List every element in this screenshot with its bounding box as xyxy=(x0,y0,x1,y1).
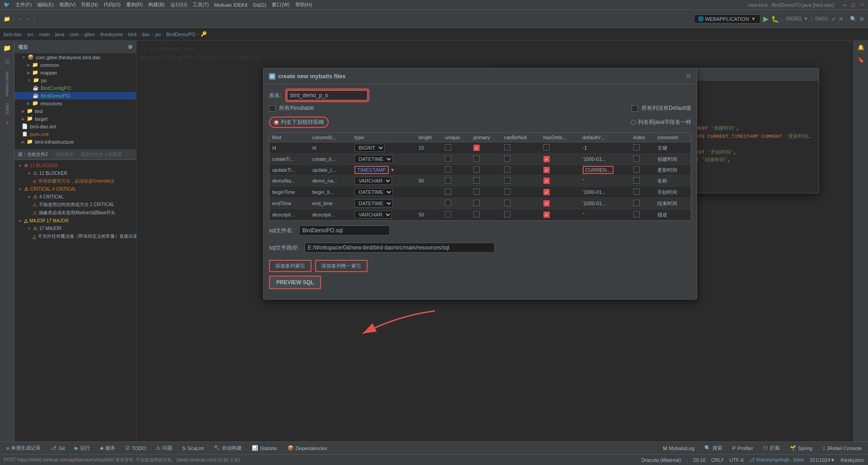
breadcrumb-item[interactable]: bird-dao xyxy=(4,32,22,37)
right-icon-notifications[interactable]: 🔔 xyxy=(856,42,866,52)
menu-item-help[interactable]: 帮助(H) xyxy=(295,1,312,8)
primary-cb[interactable] xyxy=(473,166,480,173)
bottom-tab-problems[interactable]: ⚠ 问题 xyxy=(151,443,177,453)
primary-cb[interactable] xyxy=(473,177,480,183)
index-cb[interactable] xyxy=(633,177,640,183)
menu-item-nav[interactable]: 导航(N) xyxy=(81,1,98,8)
breadcrumb-item[interactable]: java xyxy=(55,32,64,37)
unique-cb[interactable] xyxy=(445,211,451,217)
left-icon-structure[interactable]: ⊞ xyxy=(3,56,12,67)
breadcrumb-item[interactable]: gitee xyxy=(84,32,95,37)
tree-item-resources[interactable]: ▶ 📁 resources xyxy=(14,99,136,107)
menu-item-git[interactable]: Git(G) xyxy=(253,2,266,8)
unique-cb[interactable] xyxy=(445,188,451,195)
maximize-button[interactable]: □ xyxy=(852,2,855,8)
status-line-sep[interactable]: CRLF xyxy=(711,457,724,463)
breadcrumb-item[interactable]: po xyxy=(156,32,161,37)
status-encoding[interactable]: UTF-8 xyxy=(730,457,744,463)
alicheck-critical[interactable]: ▼ ⚠ 4 CRITICAL xyxy=(14,193,136,201)
dialog-close-button[interactable]: ✕ xyxy=(685,72,691,80)
bottom-tab-services[interactable]: ◈ 服务 xyxy=(95,443,120,453)
index-cb[interactable] xyxy=(633,211,640,217)
bottom-tab-dependencies[interactable]: 📦 Dependencies xyxy=(283,444,332,452)
status-branch[interactable]: ⎇ feature/springb...batis xyxy=(749,457,804,463)
menu-item-edit[interactable]: 编辑(E) xyxy=(37,1,54,8)
hasdefault-cb[interactable]: ✓ xyxy=(543,178,550,184)
cannull-cb[interactable] xyxy=(504,155,510,162)
menu-item-tools[interactable]: 工具(T) xyxy=(193,1,209,8)
primary-cb[interactable]: ✓ xyxy=(473,145,480,151)
alicheck-major[interactable]: ▼ ⚠ 17 MAJOR xyxy=(14,225,136,232)
type-select[interactable]: DATETIME xyxy=(354,155,393,163)
hasdefault-cb[interactable] xyxy=(543,144,550,150)
radio-underline-option[interactable]: 列名下划线转驼峰 xyxy=(269,117,329,128)
run-config-dropdown[interactable]: ▼ xyxy=(751,16,756,22)
unique-cb[interactable] xyxy=(445,155,451,162)
menu-item-file[interactable]: 文件(F) xyxy=(15,1,32,8)
problems-tab-current[interactable]: 题：当前文件2 xyxy=(18,151,48,158)
tree-item-birddempopo[interactable]: ☕ BirdDemoPO xyxy=(14,92,136,99)
cannull-cb[interactable] xyxy=(504,177,510,183)
left-icon-jrebel[interactable]: J xyxy=(4,119,10,127)
no-default-checkbox[interactable] xyxy=(632,105,638,112)
primary-cb[interactable] xyxy=(473,188,480,195)
left-icon-project[interactable]: 📁 xyxy=(1,42,13,53)
blocker-group[interactable]: ▼ ⊗ 11 BLOCKER xyxy=(14,162,136,169)
menu-item-code[interactable]: 代码(O) xyxy=(104,1,121,8)
toolbar-search[interactable]: 🔍 xyxy=(850,16,857,22)
breadcrumb-item[interactable]: dao xyxy=(142,32,150,37)
breadcrumb-item-birddemo[interactable]: BirdDemoPO xyxy=(166,32,196,37)
status-line-col[interactable]: 25:16 xyxy=(693,457,706,463)
type-select[interactable]: BIGINT xyxy=(354,144,385,152)
index-cb[interactable] xyxy=(633,188,640,195)
problem-item-magic[interactable]: △ 不允许任何魔法值（即未经定义的常量）直接出现在代码中 1 MAJOR xyxy=(14,232,136,240)
type-dropdown[interactable]: ▼ xyxy=(390,167,395,173)
add-multi-index-button[interactable]: 添加多列索引 xyxy=(269,260,311,272)
major-group[interactable]: ▼ △ MAJOR 17 MAJOR xyxy=(14,217,136,225)
unique-cb[interactable] xyxy=(445,200,451,206)
problem-item-override[interactable]: ⊗ 所有的覆写方法，必须加@Override注 xyxy=(14,177,136,185)
index-cb[interactable] xyxy=(633,155,640,162)
problems-tab-project[interactable]: 项目错误 xyxy=(55,151,73,158)
primary-cb[interactable] xyxy=(473,155,480,162)
tree-item-target[interactable]: ▶ 📁 target xyxy=(14,115,136,122)
problems-tab-selected[interactable]: 选定的文件 上的配置 xyxy=(80,151,123,158)
left-icon-ones[interactable]: ONES xyxy=(3,101,11,117)
run-button[interactable]: ▶ xyxy=(763,14,769,23)
unique-cb[interactable] xyxy=(445,177,451,183)
git-checkmark[interactable]: ✓ xyxy=(831,16,836,22)
tree-item-iml[interactable]: 📄 bird-dao.iml xyxy=(14,122,136,130)
type-select[interactable]: VARCHAR xyxy=(354,177,392,185)
tree-item-mapper[interactable]: ▶ 📁 mapper xyxy=(14,69,136,76)
primary-cb[interactable] xyxy=(473,200,480,206)
bottom-tab-jrebel[interactable]: J JRebel Console xyxy=(818,444,866,452)
hasdefault-cb[interactable]: ✓ xyxy=(543,189,550,195)
sidebar-settings-icon[interactable]: ⚙ xyxy=(128,44,132,50)
type-select[interactable]: DATETIME xyxy=(354,188,393,196)
menu-item-refactor[interactable]: 重构(R) xyxy=(126,1,143,8)
breadcrumb-item[interactable]: src xyxy=(27,32,34,37)
close-button[interactable]: ✕ xyxy=(860,2,864,8)
left-icon-next[interactable]: Next Function xyxy=(3,70,11,99)
tree-item-birdconfigpo[interactable]: ☕ BirdConfigPO xyxy=(14,84,136,92)
bottom-tab-todo[interactable]: ☑ TODO xyxy=(121,444,151,452)
hasdefault-cb[interactable]: ✓ xyxy=(543,200,550,207)
nullable-checkbox[interactable] xyxy=(269,105,275,112)
menu-item-window[interactable]: 窗口(W) xyxy=(272,1,290,8)
hasdefault-cb[interactable]: ✓ xyxy=(543,167,550,173)
toolbar-icon-forward[interactable]: → xyxy=(25,16,31,22)
tree-item-po[interactable]: ▼ 📁 po xyxy=(14,76,136,84)
table-name-input[interactable] xyxy=(287,90,368,101)
add-multi-unique-button[interactable]: 添加多列唯一索引 xyxy=(315,260,368,272)
right-icon-bookmark[interactable]: 🔖 xyxy=(856,55,866,65)
primary-cb[interactable] xyxy=(473,211,480,217)
tree-item-pom[interactable]: 📋 pom.xml xyxy=(14,130,136,138)
bottom-tab-statistic[interactable]: 📊 Statistic xyxy=(247,444,282,452)
index-cb[interactable] xyxy=(633,144,640,150)
sql-filename-input[interactable] xyxy=(299,225,390,235)
bottom-tab-autobuild[interactable]: 🔨 自动构建 xyxy=(209,443,246,453)
toolbar-settings[interactable]: ⚙ xyxy=(859,16,864,22)
problem-item-deprecated[interactable]: ⚠ 不能使用过时的类或方法 1 CRITICAL xyxy=(14,201,136,209)
toolbar-icon-folder[interactable]: 📁 xyxy=(4,16,10,22)
bottom-tab-单测[interactable]: ≡ 单测生成记录 xyxy=(2,443,45,453)
